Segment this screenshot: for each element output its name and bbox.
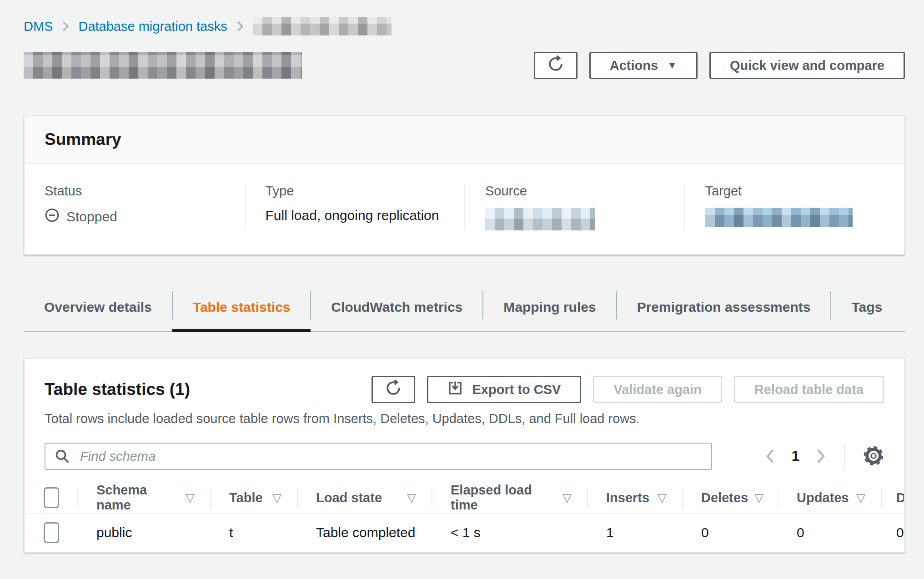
column-label: Inserts	[606, 490, 649, 505]
filter-icon[interactable]: ▽	[856, 491, 865, 505]
tab-table-statistics[interactable]: Table statistics	[172, 289, 311, 331]
filter-icon[interactable]: ▽	[407, 491, 416, 505]
cell-deletes: 0	[683, 525, 778, 540]
cell-table: t	[211, 525, 298, 540]
gear-icon	[863, 445, 884, 468]
quick-view-and-compare-button[interactable]: Quick view and compare	[709, 52, 905, 79]
summary-title: Summary	[25, 116, 904, 164]
status-value: Stopped	[45, 208, 225, 226]
filter-icon[interactable]: ▽	[562, 491, 572, 505]
header-select-cell	[25, 483, 78, 513]
cell-load-state: Table completed	[298, 525, 432, 540]
type-value: Full load, ongoing replication	[266, 208, 445, 223]
validate-again-label: Validate again	[613, 382, 701, 397]
actions-button-label: Actions	[610, 58, 658, 73]
export-to-csv-label: Export to CSV	[472, 382, 561, 397]
tab-mapping-rules[interactable]: Mapping rules	[483, 289, 616, 331]
chevron-right-icon	[62, 20, 69, 32]
page-header: Actions ▼ Quick view and compare	[24, 52, 905, 79]
cell-inserts: 1	[588, 525, 683, 540]
column-header-table[interactable]: Table ▽	[211, 483, 298, 513]
reload-table-data-button[interactable]: Reload table data	[734, 376, 884, 403]
column-header-load-state[interactable]: Load state ▽	[298, 483, 432, 513]
quick-view-label: Quick view and compare	[730, 58, 884, 73]
export-to-csv-button[interactable]: Export to CSV	[427, 376, 581, 403]
cell-elapsed-load-time: < 1 s	[432, 525, 588, 540]
tab-cloudwatch-metrics[interactable]: CloudWatch metrics	[311, 289, 483, 331]
row-select-cell	[25, 522, 78, 543]
status-label: Status	[45, 184, 225, 199]
column-label: D	[896, 490, 904, 505]
task-detail-tabs: Overview details Table statistics CloudW…	[24, 289, 905, 332]
column-header-ddls[interactable]: D	[882, 483, 904, 513]
redacted-page-title	[24, 52, 302, 79]
search-icon	[55, 449, 70, 466]
previous-page-button[interactable]	[765, 448, 775, 464]
dms-task-page: DMS Database migration tasks Actions	[0, 0, 924, 553]
select-all-checkbox[interactable]	[44, 487, 59, 508]
table-statistics-description: Total rows include loaded source table r…	[25, 403, 904, 426]
breadcrumb: DMS Database migration tasks	[24, 17, 905, 35]
cell-ddls: 0	[882, 525, 904, 540]
column-label: Schema name	[96, 483, 179, 513]
refresh-icon	[547, 55, 564, 76]
find-schema-input[interactable]	[45, 443, 712, 470]
redacted-task-name-breadcrumb	[253, 17, 392, 35]
status-text: Stopped	[66, 209, 117, 225]
redacted-source-endpoint	[485, 208, 595, 230]
actions-button[interactable]: Actions ▼	[589, 52, 698, 79]
column-header-elapsed-load-time[interactable]: Elapsed load time ▽	[432, 483, 588, 513]
filter-icon[interactable]: ▽	[658, 491, 667, 505]
row-checkbox[interactable]	[44, 522, 59, 543]
cell-updates: 0	[778, 525, 882, 540]
summary-source-field: Source	[464, 184, 684, 230]
table-statistics-panel: Table statistics (1) Export to CSV	[24, 358, 905, 553]
table-preferences-button[interactable]	[863, 445, 884, 468]
refresh-button[interactable]	[534, 52, 578, 79]
stopped-status-icon	[45, 208, 60, 226]
table-row: public t Table completed < 1 s 1 0 0 0	[25, 513, 904, 552]
refresh-icon	[385, 379, 402, 400]
next-page-button[interactable]	[816, 448, 826, 464]
filter-icon[interactable]: ▽	[272, 491, 281, 505]
filter-icon[interactable]: ▽	[186, 491, 195, 505]
summary-status-field: Status Stopped	[25, 184, 245, 230]
redacted-target-endpoint	[705, 208, 853, 227]
filter-icon[interactable]: ▽	[754, 491, 763, 505]
table-header-row: Schema name ▽ Table ▽ Load state ▽ Elaps…	[25, 483, 904, 513]
table-statistics-table: Schema name ▽ Table ▽ Load state ▽ Elaps…	[25, 483, 904, 552]
pager-divider	[844, 443, 845, 469]
schema-search	[45, 443, 712, 470]
cell-schema-name: public	[78, 525, 211, 540]
column-label: Deletes	[701, 490, 748, 505]
breadcrumb-tasks-link[interactable]: Database migration tasks	[78, 19, 227, 34]
column-header-inserts[interactable]: Inserts ▽	[588, 483, 683, 513]
target-label: Target	[705, 184, 884, 199]
summary-target-field: Target	[684, 184, 904, 230]
download-icon	[447, 380, 463, 399]
chevron-right-icon	[236, 20, 244, 32]
pagination: 1	[765, 443, 884, 469]
current-page-number: 1	[792, 448, 799, 464]
tab-overview-details[interactable]: Overview details	[24, 289, 172, 331]
caret-down-icon: ▼	[667, 60, 677, 70]
table-refresh-button[interactable]	[372, 376, 415, 403]
type-label: Type	[266, 184, 445, 199]
reload-table-data-label: Reload table data	[754, 382, 864, 397]
column-label: Table	[229, 490, 263, 505]
validate-again-button[interactable]: Validate again	[593, 376, 722, 403]
tab-premigration-assessments[interactable]: Premigration assessments	[617, 289, 831, 331]
source-label: Source	[485, 184, 664, 199]
column-label: Updates	[797, 490, 849, 505]
column-header-deletes[interactable]: Deletes ▽	[683, 483, 778, 513]
column-header-updates[interactable]: Updates ▽	[778, 483, 882, 513]
column-label: Load state	[316, 490, 382, 505]
table-statistics-title: Table statistics (1)	[45, 380, 190, 399]
column-header-schema-name[interactable]: Schema name ▽	[78, 483, 211, 513]
breadcrumb-dms-link[interactable]: DMS	[24, 19, 53, 34]
tab-tags[interactable]: Tags	[831, 289, 903, 331]
summary-type-field: Type Full load, ongoing replication	[245, 184, 465, 230]
column-label: Elapsed load time	[451, 483, 556, 513]
summary-panel: Summary Status Stopped Type Full load, o…	[24, 115, 905, 255]
